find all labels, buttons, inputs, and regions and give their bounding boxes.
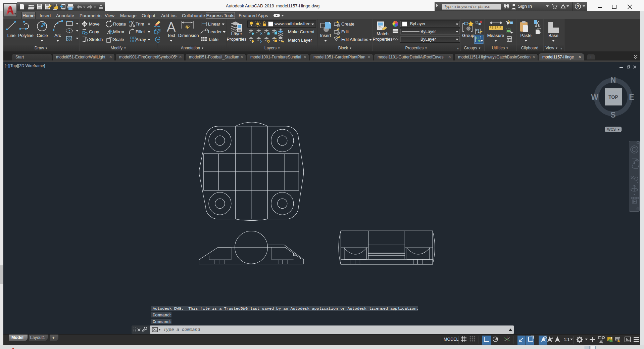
svg-text:A: A xyxy=(167,19,176,34)
svg-text:?: ? xyxy=(577,4,579,9)
svg-text:1:1: 1:1 xyxy=(564,337,569,342)
svg-text:!: ! xyxy=(619,340,620,342)
